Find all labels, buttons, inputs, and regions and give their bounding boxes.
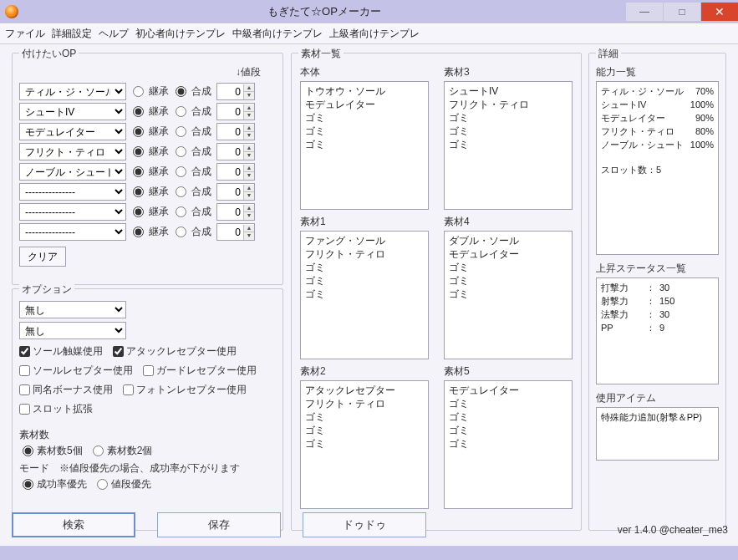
checkbox[interactable] (143, 365, 154, 376)
op-select[interactable]: --------------- (19, 183, 126, 201)
op-row: ノーブル・シュート継承合成0▲▼ (19, 163, 276, 181)
material-cell: 素材4ダブル・ソールモデュレイターゴミゴミゴミ (444, 215, 573, 359)
material-box: トウオウ・ソールモデュレイターゴミゴミゴミ (300, 81, 429, 210)
check-item[interactable]: アタックレセプター使用 (113, 344, 237, 359)
price-spinner[interactable]: 0▲▼ (216, 163, 255, 181)
minimize-button[interactable]: — (626, 3, 663, 21)
gosei-radio[interactable] (176, 186, 186, 197)
gosei-label: 合成 (191, 225, 211, 239)
op-select[interactable]: --------------- (19, 203, 126, 221)
check-row: スロット拡張 (19, 402, 276, 416)
sozaisu-2-radio[interactable] (93, 445, 104, 456)
price-spinner[interactable]: 0▲▼ (216, 103, 255, 120)
price-spinner[interactable]: 0▲▼ (216, 203, 255, 221)
menu-advanced[interactable]: 詳細設定 (52, 27, 92, 41)
material-line: ゴミ (449, 437, 567, 451)
material-line: アタックレセプター (305, 384, 424, 397)
stats-label: 上昇ステータス一覧 (596, 262, 719, 276)
checkbox-label: ソールレセプター使用 (33, 364, 133, 378)
keisho-radio[interactable] (133, 146, 144, 157)
op-select[interactable]: ティル・ジ・ソール (19, 83, 126, 100)
material-box: ダブル・ソールモデュレイターゴミゴミゴミ (444, 231, 573, 359)
mode-success-radio[interactable] (23, 479, 33, 490)
op-select[interactable]: ノーブル・シュート (19, 163, 126, 181)
checkbox-label: アタックレセプター使用 (126, 344, 237, 359)
op-row: フリクト・ティロ継承合成0▲▼ (19, 143, 276, 160)
gosei-radio[interactable] (176, 86, 186, 97)
material-cell: 素材3シュートIVフリクト・ティロゴミゴミゴミ (444, 65, 573, 210)
op-select[interactable]: シュートIV (19, 103, 126, 120)
price-spinner[interactable]: 0▲▼ (216, 83, 255, 100)
sozaisu-5-radio[interactable] (23, 445, 33, 456)
keisho-radio[interactable] (133, 186, 144, 197)
close-button[interactable]: ✕ (701, 3, 738, 21)
keisho-radio[interactable] (133, 206, 144, 217)
sozaisu-2-label: 素材数2個 (107, 444, 153, 458)
gosei-radio[interactable] (176, 126, 186, 137)
keisho-radio[interactable] (133, 106, 144, 117)
option-groupbox: オプション 無し 無し ソール触媒使用アタックレセプター使用ソールレセプター使用… (12, 288, 283, 531)
clear-button[interactable]: クリア (19, 247, 66, 267)
op-select[interactable]: モデュレイター (19, 123, 126, 140)
menu-template-beginner[interactable]: 初心者向けテンプレ (135, 27, 226, 41)
menu-template-advanced[interactable]: 上級者向けテンプレ (329, 27, 420, 41)
material-line: ゴミ (449, 410, 567, 424)
keisho-radio[interactable] (133, 86, 144, 97)
check-item[interactable]: ガードレセプター使用 (143, 364, 257, 378)
material-line: ゴミ (305, 125, 424, 138)
check-item[interactable]: スロット拡張 (19, 402, 93, 416)
save-button[interactable]: 保存 (157, 512, 281, 537)
keisho-radio[interactable] (133, 227, 144, 237)
material-line: ゴミ (449, 261, 567, 274)
stat-colon: ： (646, 281, 659, 294)
checkbox[interactable] (113, 346, 124, 357)
option-select-1[interactable]: 無し (19, 301, 126, 318)
dudu-button[interactable]: ドゥドゥ (303, 512, 426, 537)
checkbox[interactable] (123, 384, 134, 395)
keisho-label: 継承 (149, 205, 169, 219)
material-label: 素材3 (444, 65, 573, 79)
gosei-label: 合成 (191, 125, 211, 139)
menu-template-intermediate[interactable]: 中級者向けテンプレ (232, 27, 323, 41)
op-select[interactable]: --------------- (19, 223, 126, 241)
price-spinner[interactable]: 0▲▼ (216, 183, 255, 201)
price-spinner[interactable]: 0▲▼ (216, 143, 255, 160)
check-item[interactable]: フォトンレセプター使用 (123, 383, 247, 397)
stat-key: 射撃力 (601, 294, 646, 308)
option-legend: オプション (19, 283, 74, 297)
checkbox[interactable] (19, 346, 30, 357)
stat-value: 30 (659, 281, 669, 294)
gosei-radio[interactable] (176, 166, 186, 177)
material-label: 素材4 (444, 215, 573, 229)
op-select[interactable]: フリクト・ティロ (19, 143, 126, 160)
gosei-label: 合成 (191, 205, 211, 219)
check-item[interactable]: ソール触媒使用 (19, 344, 103, 359)
check-item[interactable]: ソールレセプター使用 (19, 364, 133, 378)
menu-file[interactable]: ファイル (5, 27, 45, 41)
option-select-2[interactable]: 無し (19, 322, 126, 339)
checkbox[interactable] (19, 365, 30, 376)
ability-name: モデュレイター (601, 111, 665, 125)
search-button[interactable]: 検索 (12, 512, 135, 537)
menu-help[interactable]: ヘルプ (99, 27, 129, 41)
checkbox[interactable] (19, 404, 30, 415)
price-spinner[interactable]: 0▲▼ (216, 223, 255, 241)
keisho-radio[interactable] (133, 166, 144, 177)
maximize-button[interactable]: □ (664, 3, 700, 21)
material-cell: 素材2アタックレセプターフリクト・ティロゴミゴミゴミ (300, 364, 429, 509)
gosei-radio[interactable] (176, 206, 186, 217)
keisho-label: 継承 (149, 225, 169, 239)
check-item[interactable]: 同名ボーナス使用 (19, 383, 113, 397)
checkbox[interactable] (19, 384, 30, 395)
keisho-radio[interactable] (133, 126, 144, 137)
stat-colon: ： (646, 294, 659, 308)
mode-price-radio[interactable] (97, 479, 108, 490)
gosei-radio[interactable] (176, 146, 186, 157)
price-spinner[interactable]: 0▲▼ (216, 123, 255, 140)
material-cell: 素材1ファング・ソールフリクト・ティロゴミゴミゴミ (300, 215, 429, 359)
stat-colon: ： (646, 321, 659, 334)
gosei-radio[interactable] (176, 106, 186, 117)
gosei-radio[interactable] (176, 227, 186, 237)
stat-value: 30 (659, 308, 669, 321)
ability-pct: 100% (690, 138, 714, 151)
